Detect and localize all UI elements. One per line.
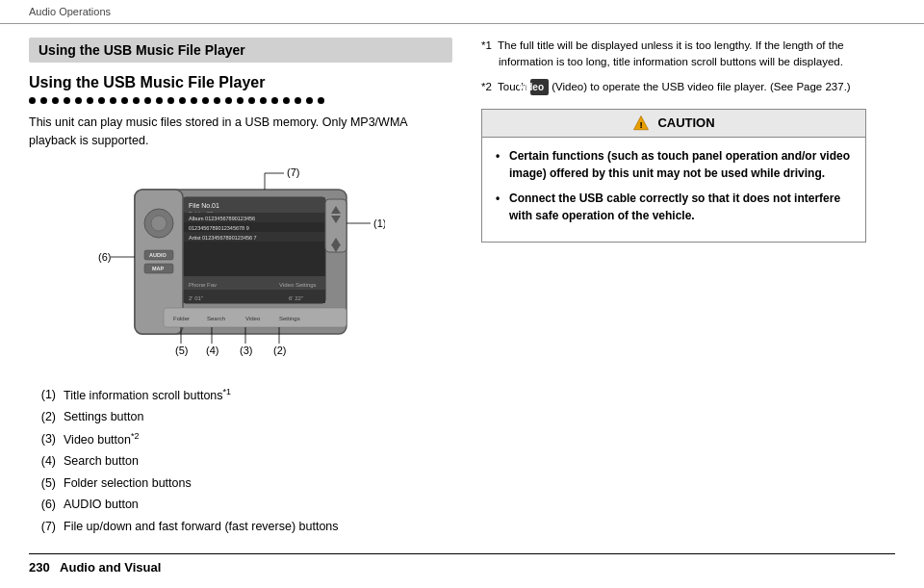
caution-header: ! CAUTION: [482, 110, 865, 138]
item-num: (6): [29, 494, 56, 516]
caution-box: ! CAUTION Certain functions (such as tou…: [481, 109, 866, 243]
list-item: (2) Settings button: [29, 406, 452, 428]
svg-text:Album 01234567890123456: Album 01234567890123456: [189, 216, 255, 221]
caution-item: Certain functions (such as touch panel o…: [496, 147, 852, 182]
list-item: (3) Video button*2: [29, 428, 452, 451]
footer-title: Audio and Visual: [60, 560, 161, 575]
dot: [87, 97, 93, 104]
note-1: *1 The full title will be displayed unle…: [481, 38, 866, 71]
list-item: (7) File up/down and fast forward (fast …: [29, 516, 452, 538]
svg-text:2' 01": 2' 01": [189, 295, 203, 301]
dot: [306, 97, 313, 104]
svg-text:Phone   Fav: Phone Fav: [189, 282, 217, 288]
device-diagram: File No.01 Folder 02 Album 0123456789012…: [96, 166, 385, 371]
list-item: (6) AUDIO button: [29, 494, 452, 516]
item-text: Video button*2: [64, 428, 140, 451]
svg-point-19: [151, 216, 167, 231]
svg-text:Video  Settings: Video Settings: [279, 282, 317, 288]
svg-text:Artist 01234567890123456 7: Artist 01234567890123456 7: [189, 235, 257, 241]
svg-text:Settings: Settings: [279, 316, 300, 321]
dot: [121, 97, 128, 104]
dot: [29, 97, 36, 104]
item-text: Title information scroll buttons*1: [64, 384, 231, 407]
svg-text:(1): (1): [373, 217, 385, 229]
section-title-bar: Using the USB Music File Player: [29, 38, 452, 63]
item-text: AUDIO button: [64, 494, 139, 516]
dot: [318, 97, 324, 104]
dot: [133, 97, 140, 104]
svg-text:AUDIO: AUDIO: [149, 252, 167, 258]
dot: [40, 97, 47, 104]
dot: [167, 97, 174, 104]
list-item: (1) Title information scroll buttons*1: [29, 384, 452, 407]
section-title: Using the USB Music File Player: [38, 42, 245, 58]
svg-text:(7): (7): [287, 166, 299, 178]
dot: [237, 97, 244, 104]
right-column: *1 The full title will be displayed unle…: [481, 24, 866, 537]
caution-title: CAUTION: [657, 115, 714, 130]
svg-text:Search: Search: [207, 316, 225, 321]
list-item: (4) Search button: [29, 450, 452, 473]
caution-item: Connect the USB cable correctly so that …: [496, 190, 852, 224]
item-text: File up/down and fast forward (fast reve…: [64, 516, 339, 538]
dot: [271, 97, 278, 104]
svg-text:(2): (2): [273, 345, 286, 356]
item-num: (4): [29, 450, 56, 473]
svg-text:(6): (6): [98, 251, 111, 263]
page-number: 230: [29, 560, 50, 575]
video-badge[interactable]: Video: [530, 79, 549, 95]
item-num: (1): [29, 384, 56, 407]
header-title: Audio Operations: [29, 6, 111, 17]
svg-text:(4): (4): [206, 345, 218, 356]
item-num: (7): [29, 516, 56, 538]
caution-list: Certain functions (such as touch panel o…: [496, 147, 852, 224]
device-svg: File No.01 Folder 02 Album 0123456789012…: [96, 166, 385, 368]
dot: [64, 97, 70, 104]
svg-text:Folder: Folder: [173, 316, 190, 321]
dot: [75, 97, 82, 104]
content-area: Using the USB Music File Player Using th…: [0, 24, 924, 537]
list-item: (5) Folder selection buttons: [29, 473, 452, 495]
dot: [52, 97, 59, 104]
dot: [156, 97, 163, 104]
subsection-title: Using the USB Music File Player: [29, 74, 452, 91]
caution-body: Certain functions (such as touch panel o…: [482, 138, 865, 242]
dot: [179, 97, 186, 104]
item-text: Search button: [64, 450, 139, 473]
dot: [191, 97, 197, 104]
warning-icon: !: [632, 115, 650, 132]
dot: [214, 97, 220, 104]
dot: [248, 97, 255, 104]
dot: [98, 97, 105, 104]
page-header: Audio Operations: [0, 0, 924, 24]
svg-text:Video: Video: [245, 316, 261, 321]
svg-rect-12: [183, 290, 325, 303]
dot: [144, 97, 151, 104]
intro-text: This unit can play music files stored in…: [29, 114, 452, 150]
svg-text:0123456789012345678 9: 0123456789012345678 9: [189, 225, 249, 231]
dot: [110, 97, 116, 104]
dot: [295, 97, 301, 104]
left-column: Using the USB Music File Player Using th…: [29, 24, 452, 537]
note-2: *2 Touch Video (Video) to operate the US…: [481, 79, 866, 95]
item-text: Folder selection buttons: [64, 473, 192, 495]
svg-text:(5): (5): [175, 345, 188, 356]
page-footer: 230 Audio and Visual: [29, 553, 895, 575]
dots-line: [29, 97, 452, 104]
dot: [260, 97, 267, 104]
svg-text:(3): (3): [240, 345, 252, 356]
svg-text:File No.01: File No.01: [189, 202, 219, 209]
item-num: (5): [29, 473, 56, 495]
item-num: (2): [29, 406, 56, 428]
items-list: (1) Title information scroll buttons*1 (…: [29, 384, 452, 538]
item-num: (3): [29, 428, 56, 451]
dot: [202, 97, 209, 104]
dot: [225, 97, 232, 104]
svg-text:6' 22": 6' 22": [289, 295, 303, 301]
dot: [283, 97, 290, 104]
svg-text:!: !: [640, 118, 643, 129]
svg-text:MAP: MAP: [152, 266, 165, 271]
item-text: Settings button: [64, 406, 143, 428]
